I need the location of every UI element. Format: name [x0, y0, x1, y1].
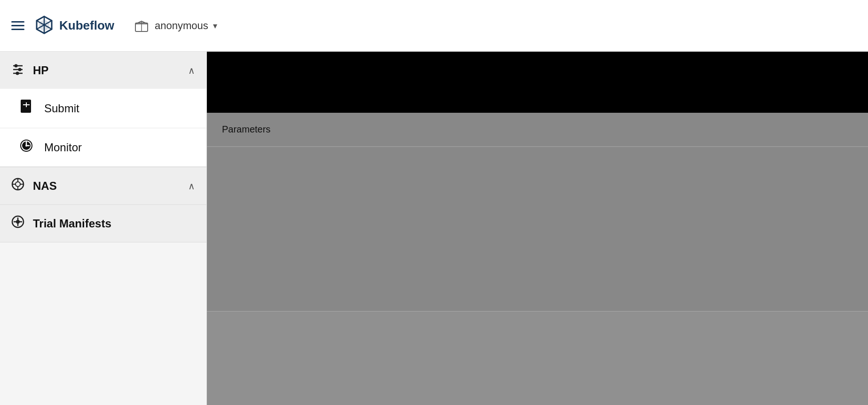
sidebar-section-nas: NAS ∧ [0, 167, 206, 205]
namespace-label: anonymous [155, 20, 208, 32]
nas-chevron-icon: ∧ [188, 180, 195, 192]
sidebar-item-monitor[interactable]: Monitor [0, 128, 206, 167]
nas-section-label: NAS [33, 179, 180, 193]
sidebar-section-trial-manifests-header[interactable]: Trial Manifests [0, 205, 206, 242]
header: Kubeflow anonymous ▾ [0, 0, 868, 52]
hp-section-label: HP [33, 64, 180, 77]
sidebar-section-hp-header[interactable]: HP ∧ [0, 52, 206, 89]
nas-section-icon [11, 178, 24, 194]
svg-point-21 [25, 145, 27, 147]
parameters-label: Parameters [222, 124, 270, 134]
submit-icon [19, 99, 34, 117]
content-section-lighter [207, 311, 868, 405]
monitor-icon [19, 139, 34, 156]
svg-point-11 [18, 68, 22, 71]
sidebar-section-hp: HP ∧ Submit [0, 52, 206, 167]
sidebar-section-nas-header[interactable]: NAS ∧ [0, 167, 206, 204]
sidebar-section-trial-manifests: Trial Manifests [0, 205, 206, 242]
submit-label: Submit [44, 102, 79, 115]
svg-point-23 [16, 182, 20, 187]
sidebar-item-submit[interactable]: Submit [0, 89, 206, 128]
content-area: Parameters [207, 52, 868, 405]
monitor-label: Monitor [44, 141, 82, 154]
main-container: HP ∧ Submit [0, 52, 868, 405]
svg-point-13 [16, 72, 19, 75]
kubeflow-logo-icon [34, 16, 55, 36]
hp-chevron-icon: ∧ [188, 65, 195, 76]
logo-area: Kubeflow [34, 16, 114, 36]
sidebar: HP ∧ Submit [0, 52, 207, 405]
namespace-icon [133, 17, 150, 34]
content-top-bar [207, 52, 868, 113]
content-section-gray [207, 147, 868, 311]
trial-manifests-icon [11, 215, 24, 232]
trial-manifests-label: Trial Manifests [33, 217, 195, 230]
menu-toggle-button[interactable] [11, 21, 24, 30]
svg-point-9 [15, 64, 18, 68]
app-title: Kubeflow [59, 18, 114, 33]
content-middle: Parameters [207, 113, 868, 405]
content-parameters-row: Parameters [207, 113, 868, 147]
namespace-selector[interactable]: anonymous ▾ [133, 17, 217, 34]
namespace-chevron-icon: ▾ [213, 21, 217, 31]
hp-section-icon [11, 62, 24, 78]
